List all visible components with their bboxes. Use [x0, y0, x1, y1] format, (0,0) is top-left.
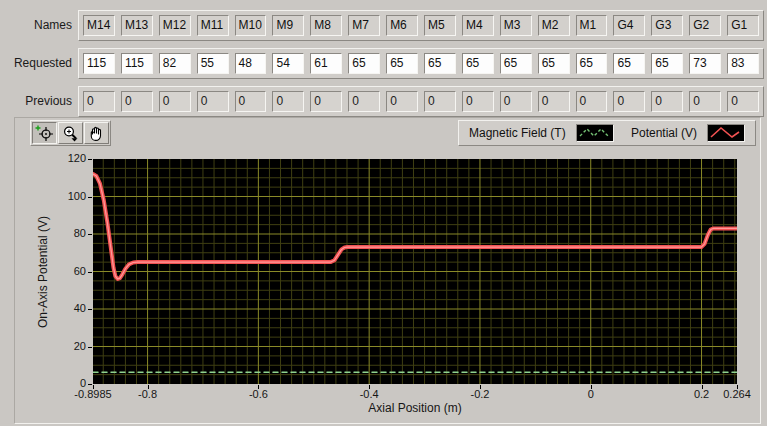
previous-cell: 0 [121, 91, 153, 112]
previous-cell: 0 [424, 91, 456, 112]
legend-item-potential[interactable]: Potential (V) [631, 124, 745, 142]
names-cell[interactable]: M4 [462, 15, 494, 36]
names-cell[interactable]: M8 [310, 15, 342, 36]
names-cell[interactable]: G3 [651, 15, 683, 36]
requested-cell[interactable]: 48 [235, 53, 267, 74]
names-cell[interactable]: G4 [613, 15, 645, 36]
y-tick-label: 20 [42, 340, 86, 352]
names-cell[interactable]: M5 [424, 15, 456, 36]
magnifier-icon [61, 125, 80, 142]
previous-cell: 0 [159, 91, 191, 112]
y-axis-title: On-Axis Potential (V) [36, 216, 50, 328]
requested-cell[interactable]: 54 [272, 53, 304, 74]
requested-cell[interactable]: 73 [689, 53, 721, 74]
requested-cell[interactable]: 115 [121, 53, 153, 74]
y-tick-label: 0 [42, 377, 86, 389]
requested-cell[interactable]: 115 [83, 53, 115, 74]
names-cell[interactable]: M13 [121, 15, 153, 36]
x-tick-label: -0.8985 [74, 388, 111, 400]
names-cell[interactable]: M11 [197, 15, 229, 36]
requested-cell[interactable]: 65 [424, 53, 456, 74]
previous-cell: 0 [576, 91, 608, 112]
row-label-previous: Previous [4, 94, 72, 108]
row-label-requested: Requested [4, 56, 72, 70]
x-axis-title: Axial Position (m) [295, 401, 535, 415]
previous-cell: 0 [500, 91, 532, 112]
names-cell[interactable]: G1 [727, 15, 759, 36]
names-cell[interactable]: M14 [83, 15, 115, 36]
names-cell[interactable]: M7 [348, 15, 380, 36]
requested-cell[interactable]: 65 [538, 53, 570, 74]
x-tick-label: 0.2 [694, 388, 709, 400]
y-tick-mark [88, 159, 92, 160]
graph-legend: Magnetic Field (T) Potential (V) [458, 120, 756, 146]
potential-line-icon [708, 125, 744, 141]
zoom-tool-button[interactable] [58, 122, 83, 144]
requested-cell[interactable]: 65 [576, 53, 608, 74]
names-cell[interactable]: M12 [159, 15, 191, 36]
names-cell[interactable]: M2 [538, 15, 570, 36]
previous-cell: 0 [272, 91, 304, 112]
previous-cell: 0 [235, 91, 267, 112]
previous-cell: 0 [613, 91, 645, 112]
y-tick-mark [88, 309, 92, 310]
y-tick-mark [88, 197, 92, 198]
y-tick-mark [88, 384, 92, 385]
previous-cell: 0 [689, 91, 721, 112]
previous-row-strip: 000000000000000000 [78, 86, 764, 117]
names-cell[interactable]: M9 [272, 15, 304, 36]
previous-cell: 0 [462, 91, 494, 112]
potential-swatch[interactable] [707, 124, 745, 142]
y-tick-label: 120 [42, 152, 86, 164]
requested-row-strip: 11511582554854616565656565656565657383 [78, 48, 764, 79]
names-cell[interactable]: G2 [689, 15, 721, 36]
names-cell[interactable]: M10 [235, 15, 267, 36]
previous-cell: 0 [310, 91, 342, 112]
previous-cell: 0 [197, 91, 229, 112]
requested-cell[interactable]: 82 [159, 53, 191, 74]
requested-cell[interactable]: 65 [462, 53, 494, 74]
legend-label-magnetic-field: Magnetic Field (T) [469, 126, 566, 140]
plot-canvas[interactable] [93, 159, 737, 384]
series-potential-v- [93, 174, 737, 279]
names-cell[interactable]: M1 [576, 15, 608, 36]
legend-item-magnetic-field[interactable]: Magnetic Field (T) [469, 124, 614, 142]
previous-cell: 0 [386, 91, 418, 112]
magnetic-field-line-icon [577, 125, 613, 141]
requested-cell[interactable]: 55 [197, 53, 229, 74]
previous-cell: 0 [538, 91, 570, 112]
previous-cell: 0 [727, 91, 759, 112]
requested-cell[interactable]: 65 [348, 53, 380, 74]
names-row-strip: M14M13M12M11M10M9M8M7M6M5M4M3M2M1G4G3G2G… [78, 10, 764, 41]
pan-tool-button[interactable] [84, 122, 109, 144]
previous-cell: 0 [348, 91, 380, 112]
y-tick-label: 100 [42, 190, 86, 202]
requested-cell[interactable]: 65 [613, 53, 645, 74]
requested-cell[interactable]: 65 [651, 53, 683, 74]
y-tick-mark [88, 234, 92, 235]
cursor-tool-button[interactable] [32, 122, 57, 144]
requested-cell[interactable]: 65 [500, 53, 532, 74]
requested-cell[interactable]: 65 [386, 53, 418, 74]
previous-cell: 0 [651, 91, 683, 112]
crosshair-icon [35, 125, 54, 142]
row-label-names: Names [4, 18, 72, 32]
graph-palette [30, 120, 111, 146]
x-tick-label: -0.2 [470, 388, 489, 400]
previous-cell: 0 [83, 91, 115, 112]
x-tick-label: -0.8 [138, 388, 157, 400]
x-tick-label: -0.4 [360, 388, 379, 400]
requested-cell[interactable]: 83 [727, 53, 759, 74]
x-tick-label: -0.6 [249, 388, 268, 400]
x-tick-label: 0 [588, 388, 594, 400]
y-tick-mark [88, 272, 92, 273]
names-cell[interactable]: M6 [386, 15, 418, 36]
y-tick-mark [88, 347, 92, 348]
requested-cell[interactable]: 61 [310, 53, 342, 74]
table-row-previous: Previous 000000000000000000 [4, 85, 764, 117]
magnetic-field-swatch[interactable] [576, 124, 614, 142]
names-cell[interactable]: M3 [500, 15, 532, 36]
legend-label-potential: Potential (V) [631, 126, 697, 140]
table-row-requested: Requested 115115825548546165656565656565… [4, 47, 764, 79]
hand-icon [87, 125, 106, 142]
